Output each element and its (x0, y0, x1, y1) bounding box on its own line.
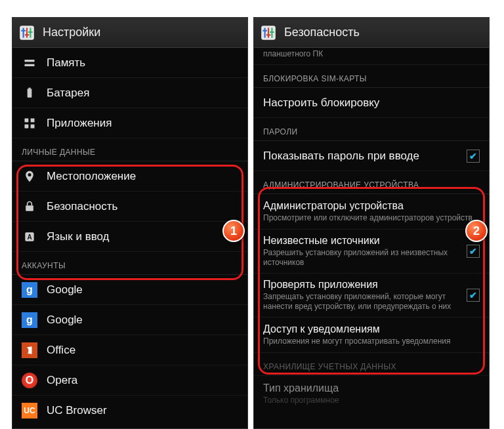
row-label: Показывать пароль при вводе (263, 150, 457, 163)
row-label: Opera (47, 374, 238, 387)
checkbox[interactable] (467, 245, 480, 258)
svg-rect-6 (28, 31, 32, 32)
section-passwords: ПАРОЛИ (254, 118, 489, 141)
row-sim-lock[interactable]: Настроить блокировку (254, 88, 489, 118)
checkbox[interactable] (467, 150, 480, 163)
language-icon: A (22, 229, 37, 245)
office-icon (22, 342, 37, 358)
row-apps[interactable]: Приложения (12, 108, 247, 138)
google-icon: g (22, 312, 37, 328)
row-sub: планшетного ПК (263, 49, 323, 59)
row-title: Проверять приложения (263, 279, 457, 291)
svg-rect-2 (26, 28, 28, 37)
svg-rect-10 (28, 87, 30, 89)
step-badge-2: 2 (465, 220, 488, 242)
lock-icon (22, 199, 37, 214)
svg-rect-5 (25, 34, 30, 35)
row-label: Google (47, 283, 238, 296)
titlebar: Настройки (12, 18, 247, 48)
ucbrowser-icon: UC (22, 403, 37, 419)
svg-rect-4 (21, 30, 26, 31)
opera-icon: O (22, 373, 37, 388)
row-account-opera[interactable]: O Opera (12, 365, 247, 396)
row-device-admins[interactable]: Администраторы устройства Просмотрите ил… (254, 194, 489, 230)
section-accounts: АККАУНТЫ (12, 252, 247, 275)
svg-text:A: A (27, 234, 32, 241)
row-label: UC Browser (47, 404, 238, 417)
row-title: Доступ к уведомлениям (263, 323, 480, 335)
row-account-google[interactable]: g Google (12, 305, 247, 335)
row-label: Настроить блокировку (263, 96, 480, 110)
svg-rect-12 (31, 118, 35, 122)
row-notification-access[interactable]: Доступ к уведомлениям Приложения не могу… (254, 317, 489, 353)
section-personal: ЛИЧНЫЕ ДАННЫЕ (12, 138, 247, 161)
svg-rect-19 (264, 28, 266, 37)
row-label: Приложения (47, 117, 238, 130)
svg-rect-1 (23, 28, 24, 37)
svg-rect-22 (262, 30, 267, 31)
row-sub: Просмотрите или отключите администраторо… (263, 213, 480, 223)
security-screen: Безопасность планшетного ПК БЛОКИРОВКА S… (253, 17, 490, 429)
settings-list[interactable]: Память Батарея Приложения ЛИЧНЫЕ ДАННЫЕ … (12, 48, 247, 426)
row-title: Тип хранилища (263, 382, 480, 394)
apps-icon (22, 115, 37, 131)
location-icon (22, 169, 37, 184)
row-label: Office (47, 344, 238, 357)
row-security[interactable]: Безопасность (12, 192, 247, 222)
settings-icon (18, 24, 36, 42)
row-language[interactable]: A Язык и ввод (12, 222, 247, 252)
section-sim: БЛОКИРОВКА SIM-КАРТЫ (254, 65, 489, 88)
row-label: Батарея (47, 87, 238, 100)
row-label: Память (47, 56, 238, 70)
row-sub: Запрещать установку приложений, которые … (263, 292, 457, 312)
row-label: Язык и ввод (47, 230, 238, 243)
row-label: Местоположение (47, 170, 238, 183)
row-location[interactable]: Местоположение (12, 161, 247, 192)
section-admin: АДМИНИСТРИРОВАНИЕ УСТРОЙСТВА (254, 171, 489, 194)
svg-rect-13 (25, 124, 29, 128)
battery-icon (22, 85, 37, 101)
row-show-password[interactable]: Показывать пароль при вводе (254, 141, 489, 171)
row-account-ucbrowser[interactable]: UC UC Browser (12, 396, 247, 426)
row-verify-apps[interactable]: Проверять приложения Запрещать установку… (254, 274, 489, 317)
memory-icon (22, 55, 37, 71)
row-account-office[interactable]: Office (12, 335, 247, 365)
row-memory[interactable]: Память (12, 48, 247, 78)
svg-rect-15 (26, 205, 33, 211)
step-badge-1: 1 (222, 220, 245, 242)
row-unknown-sources[interactable]: Неизвестные источники Разрешить установк… (254, 230, 489, 274)
row-label: Безопасность (47, 200, 238, 213)
svg-rect-7 (25, 60, 35, 62)
svg-rect-20 (268, 28, 269, 37)
svg-rect-24 (270, 31, 274, 32)
google-icon: g (22, 282, 37, 298)
svg-rect-8 (25, 64, 35, 66)
row-account-google[interactable]: g Google (12, 275, 247, 305)
titlebar: Безопасность (254, 18, 489, 48)
checkbox[interactable] (467, 289, 480, 302)
row-label: Google (47, 314, 238, 327)
settings-screen: Настройки Память Батарея Приложения ЛИЧН… (12, 17, 248, 429)
svg-rect-11 (25, 118, 29, 122)
row-sub: Только программное (263, 396, 480, 405)
screen-title: Настройки (43, 26, 100, 39)
section-credential-store: ХРАНИЛИЩЕ УЧЕТНЫХ ДАННЫХ (254, 353, 489, 376)
row-storage-type[interactable]: Тип хранилища Только программное (254, 376, 489, 411)
row-title: Администраторы устройства (263, 200, 480, 212)
svg-rect-9 (28, 89, 32, 97)
svg-rect-14 (31, 124, 35, 128)
row-truncated[interactable]: планшетного ПК (254, 48, 489, 65)
row-title: Неизвестные источники (263, 235, 457, 247)
row-battery[interactable]: Батарея (12, 78, 247, 108)
row-sub: Разрешить установку приложений из неизве… (263, 248, 457, 268)
security-list[interactable]: планшетного ПК БЛОКИРОВКА SIM-КАРТЫ Наст… (254, 48, 489, 411)
svg-rect-23 (266, 34, 271, 35)
settings-icon (259, 24, 278, 42)
screen-title: Безопасность (284, 26, 360, 39)
row-sub: Приложения не могут просматривать уведом… (263, 337, 480, 346)
